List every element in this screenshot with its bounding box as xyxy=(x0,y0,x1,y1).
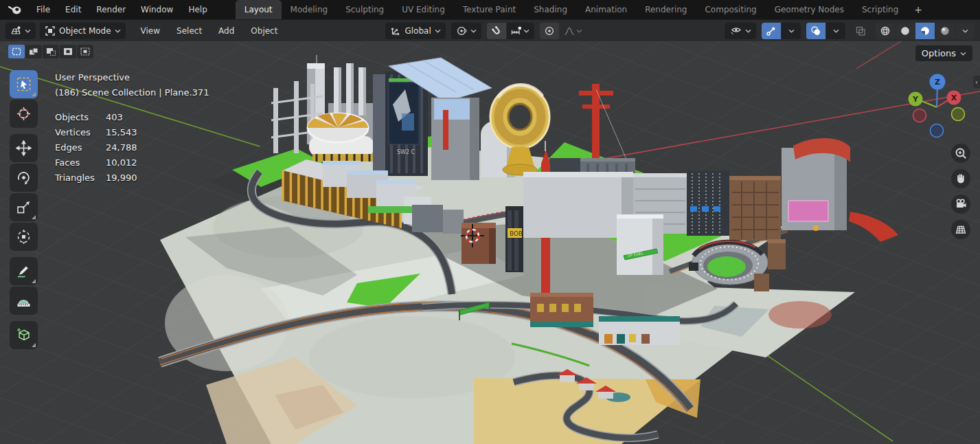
hand-pan-icon xyxy=(954,172,968,186)
chevron-down-icon xyxy=(470,29,477,33)
show-overlays-toggle[interactable] xyxy=(806,23,825,39)
tab-animation[interactable]: Animation xyxy=(576,0,636,19)
viewport-header: Object Mode View Select Add Object Globa… xyxy=(0,19,980,41)
proportional-edit-button[interactable] xyxy=(540,23,559,39)
menu-edit[interactable]: Edit xyxy=(58,0,89,19)
tab-scripting[interactable]: Scripting xyxy=(853,0,907,19)
options-button[interactable]: Options xyxy=(915,45,972,61)
overlays-dropdown[interactable] xyxy=(826,23,845,39)
add-workspace-button[interactable]: + xyxy=(907,0,929,19)
editor-type-button[interactable] xyxy=(5,23,36,39)
stat-value: 403 xyxy=(106,110,209,125)
select-mode-intersect[interactable] xyxy=(77,45,93,58)
scale-tool[interactable] xyxy=(10,193,38,221)
pan-button[interactable] xyxy=(951,169,970,188)
proportional-edit-icon xyxy=(544,25,555,36)
mode-selector[interactable]: Object Mode xyxy=(40,23,126,39)
menu-object[interactable]: Object xyxy=(242,20,286,42)
shading-solid-button[interactable] xyxy=(896,23,915,39)
wireframe-sphere-icon xyxy=(880,25,891,36)
select-mode-subtract[interactable] xyxy=(43,45,59,58)
select-mode-row xyxy=(8,45,93,58)
stat-value: 24,788 xyxy=(106,140,209,155)
blender-logo-icon[interactable] xyxy=(7,3,23,16)
gizmo-negative-y-axis[interactable] xyxy=(952,108,965,121)
stat-label: Objects xyxy=(55,110,106,125)
shading-rendered-button[interactable] xyxy=(935,23,955,39)
snapping-group xyxy=(487,23,534,39)
select-extend-icon xyxy=(29,47,38,56)
pivot-point-button[interactable] xyxy=(451,23,481,39)
tab-sculpting[interactable]: Sculpting xyxy=(337,0,393,19)
stat-label: Vertices xyxy=(55,125,106,140)
toggle-perspective-button[interactable] xyxy=(951,220,970,239)
select-box-tool[interactable] xyxy=(10,70,38,98)
select-mode-extend[interactable] xyxy=(25,45,42,58)
tab-modeling[interactable]: Modeling xyxy=(282,0,337,19)
transform-orientation-button[interactable]: Global xyxy=(385,23,445,39)
sidebar-collapse-toggle[interactable]: ‹ xyxy=(973,76,980,88)
view-perspective-label: User Perspective xyxy=(55,70,209,85)
camera-icon xyxy=(954,197,968,211)
stat-value: 15,543 xyxy=(106,125,209,140)
menu-select[interactable]: Select xyxy=(168,20,210,42)
tab-layout[interactable]: Layout xyxy=(236,0,282,19)
magnet-icon xyxy=(491,25,502,36)
tab-compositing[interactable]: Compositing xyxy=(696,0,765,19)
xray-toggle[interactable] xyxy=(851,23,870,39)
tab-geometry-nodes[interactable]: Geometry Nodes xyxy=(766,0,853,19)
show-gizmo-visibility-button[interactable] xyxy=(725,23,756,39)
object-mode-icon xyxy=(45,25,56,36)
gizmo-arrow-icon xyxy=(766,25,777,36)
select-intersect-icon xyxy=(80,47,90,56)
gizmo-negative-z-axis[interactable] xyxy=(931,124,944,137)
move-icon xyxy=(16,140,32,156)
select-mode-set[interactable] xyxy=(8,45,25,58)
tab-texture-paint[interactable]: Texture Paint xyxy=(454,0,525,19)
tab-uv-editing[interactable]: UV Editing xyxy=(393,0,454,19)
snap-toggle-button[interactable] xyxy=(487,23,506,39)
chevron-down-icon xyxy=(115,29,121,33)
tab-shading[interactable]: Shading xyxy=(525,0,576,19)
measure-tool[interactable] xyxy=(10,287,38,315)
shading-material-button[interactable] xyxy=(915,23,935,39)
menu-file[interactable]: File xyxy=(29,0,58,19)
menu-add[interactable]: Add xyxy=(210,20,242,42)
shading-group xyxy=(876,23,975,39)
overlays-group xyxy=(806,23,845,39)
move-tool[interactable] xyxy=(10,134,38,162)
zoom-button[interactable] xyxy=(951,144,970,163)
bob-sign-text: BOB xyxy=(510,230,523,237)
menu-help[interactable]: Help xyxy=(181,0,214,19)
rotate-tool[interactable] xyxy=(10,164,38,192)
billboard-sign-text: SW2 C xyxy=(397,149,415,155)
rendered-sphere-icon xyxy=(939,25,950,36)
show-gizmos-toggle[interactable] xyxy=(762,23,781,39)
chevron-down-icon xyxy=(962,29,968,33)
topbar: File Edit Render Window Help Layout Mode… xyxy=(0,0,980,19)
tab-rendering[interactable]: Rendering xyxy=(636,0,696,19)
falloff-type-button[interactable] xyxy=(560,23,587,39)
shading-dropdown[interactable] xyxy=(955,23,975,39)
navigation-gizmo[interactable]: Z Y X xyxy=(906,74,969,138)
select-mode-invert[interactable] xyxy=(60,45,76,58)
gizmo-negative-x-axis[interactable] xyxy=(913,109,926,122)
gizmos-dropdown[interactable] xyxy=(782,23,801,39)
camera-view-button[interactable] xyxy=(951,195,970,214)
annotate-tool[interactable] xyxy=(10,257,38,285)
solid-sphere-icon xyxy=(900,25,911,36)
menu-render[interactable]: Render xyxy=(89,0,133,19)
viewport-3d: SW2 C xyxy=(0,41,980,444)
shading-wireframe-button[interactable] xyxy=(876,23,895,39)
menu-view[interactable]: View xyxy=(133,20,168,42)
add-cube-tool[interactable] xyxy=(10,321,38,349)
orientation-label: Global xyxy=(404,26,431,36)
active-collection-label: (186) Scene Collection | Plane.371 xyxy=(55,85,209,100)
add-cube-icon xyxy=(16,327,32,343)
snap-with-button[interactable] xyxy=(507,23,534,39)
menu-window[interactable]: Window xyxy=(133,0,181,19)
transform-tool[interactable] xyxy=(10,223,38,251)
select-invert-icon xyxy=(63,47,73,56)
cursor-tool[interactable] xyxy=(10,100,38,128)
stat-value: 19,990 xyxy=(106,170,209,186)
